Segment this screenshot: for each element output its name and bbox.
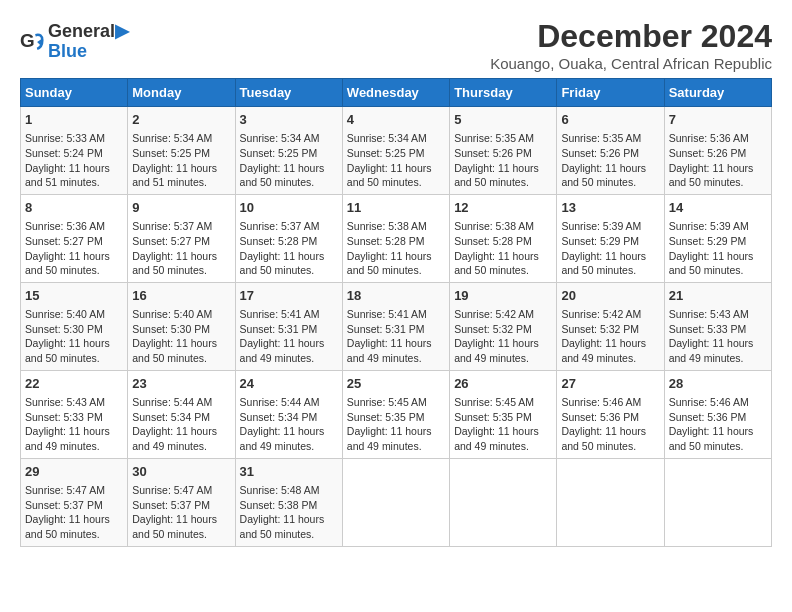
sunset-text: Sunset: 5:37 PM <box>132 499 210 511</box>
page: G General▶ Blue December 2024 Kouango, O… <box>0 0 792 557</box>
main-title: December 2024 <box>490 18 772 55</box>
daylight-minutes: and 50 minutes. <box>240 528 315 540</box>
sunset-text: Sunset: 5:36 PM <box>561 411 639 423</box>
sunrise-text: Sunrise: 5:37 AM <box>240 220 320 232</box>
table-row: 22Sunrise: 5:43 AMSunset: 5:33 PMDayligh… <box>21 370 772 458</box>
sunrise-text: Sunrise: 5:45 AM <box>347 396 427 408</box>
daylight-minutes: and 49 minutes. <box>240 352 315 364</box>
sunset-text: Sunset: 5:33 PM <box>669 323 747 335</box>
daylight-minutes: and 50 minutes. <box>240 176 315 188</box>
sunrise-text: Sunrise: 5:36 AM <box>25 220 105 232</box>
sunset-text: Sunset: 5:36 PM <box>669 411 747 423</box>
daylight-text: Daylight: 11 hours <box>25 337 110 349</box>
daylight-minutes: and 50 minutes. <box>25 264 100 276</box>
sunrise-text: Sunrise: 5:47 AM <box>25 484 105 496</box>
day-number: 14 <box>669 199 767 217</box>
daylight-text: Daylight: 11 hours <box>25 162 110 174</box>
daylight-text: Daylight: 11 hours <box>454 425 539 437</box>
daylight-text: Daylight: 11 hours <box>347 162 432 174</box>
daylight-minutes: and 49 minutes. <box>454 352 529 364</box>
sunset-text: Sunset: 5:33 PM <box>25 411 103 423</box>
daylight-text: Daylight: 11 hours <box>132 425 217 437</box>
sunset-text: Sunset: 5:31 PM <box>240 323 318 335</box>
sunrise-text: Sunrise: 5:40 AM <box>132 308 212 320</box>
table-row: 29Sunrise: 5:47 AMSunset: 5:37 PMDayligh… <box>21 458 772 546</box>
calendar-cell: 16Sunrise: 5:40 AMSunset: 5:30 PMDayligh… <box>128 282 235 370</box>
daylight-text: Daylight: 11 hours <box>240 425 325 437</box>
sunset-text: Sunset: 5:27 PM <box>132 235 210 247</box>
daylight-text: Daylight: 11 hours <box>132 337 217 349</box>
sunrise-text: Sunrise: 5:42 AM <box>454 308 534 320</box>
day-number: 19 <box>454 287 552 305</box>
daylight-minutes: and 50 minutes. <box>347 176 422 188</box>
calendar-cell: 8Sunrise: 5:36 AMSunset: 5:27 PMDaylight… <box>21 194 128 282</box>
daylight-text: Daylight: 11 hours <box>561 250 646 262</box>
day-number: 30 <box>132 463 230 481</box>
day-number: 8 <box>25 199 123 217</box>
col-tuesday: Tuesday <box>235 79 342 107</box>
sunrise-text: Sunrise: 5:34 AM <box>347 132 427 144</box>
svg-text:G: G <box>20 30 35 51</box>
calendar-cell: 4Sunrise: 5:34 AMSunset: 5:25 PMDaylight… <box>342 107 449 195</box>
calendar-cell: 24Sunrise: 5:44 AMSunset: 5:34 PMDayligh… <box>235 370 342 458</box>
day-number: 18 <box>347 287 445 305</box>
daylight-minutes: and 50 minutes. <box>347 264 422 276</box>
sunrise-text: Sunrise: 5:35 AM <box>454 132 534 144</box>
sunrise-text: Sunrise: 5:41 AM <box>240 308 320 320</box>
sunset-text: Sunset: 5:26 PM <box>669 147 747 159</box>
daylight-text: Daylight: 11 hours <box>347 425 432 437</box>
table-row: 1Sunrise: 5:33 AMSunset: 5:24 PMDaylight… <box>21 107 772 195</box>
calendar-cell: 25Sunrise: 5:45 AMSunset: 5:35 PMDayligh… <box>342 370 449 458</box>
daylight-minutes: and 49 minutes. <box>454 440 529 452</box>
daylight-minutes: and 50 minutes. <box>669 440 744 452</box>
daylight-text: Daylight: 11 hours <box>240 337 325 349</box>
daylight-text: Daylight: 11 hours <box>669 425 754 437</box>
calendar-cell: 22Sunrise: 5:43 AMSunset: 5:33 PMDayligh… <box>21 370 128 458</box>
daylight-text: Daylight: 11 hours <box>132 250 217 262</box>
daylight-minutes: and 50 minutes. <box>132 264 207 276</box>
daylight-minutes: and 49 minutes. <box>561 352 636 364</box>
calendar-cell: 15Sunrise: 5:40 AMSunset: 5:30 PMDayligh… <box>21 282 128 370</box>
sunrise-text: Sunrise: 5:44 AM <box>132 396 212 408</box>
day-number: 1 <box>25 111 123 129</box>
day-number: 20 <box>561 287 659 305</box>
calendar-cell <box>557 458 664 546</box>
sunset-text: Sunset: 5:32 PM <box>454 323 532 335</box>
daylight-text: Daylight: 11 hours <box>561 425 646 437</box>
sunset-text: Sunset: 5:24 PM <box>25 147 103 159</box>
sunset-text: Sunset: 5:27 PM <box>25 235 103 247</box>
calendar-cell: 13Sunrise: 5:39 AMSunset: 5:29 PMDayligh… <box>557 194 664 282</box>
calendar-cell: 7Sunrise: 5:36 AMSunset: 5:26 PMDaylight… <box>664 107 771 195</box>
subtitle: Kouango, Ouaka, Central African Republic <box>490 55 772 72</box>
daylight-text: Daylight: 11 hours <box>669 162 754 174</box>
day-number: 5 <box>454 111 552 129</box>
sunset-text: Sunset: 5:38 PM <box>240 499 318 511</box>
sunrise-text: Sunrise: 5:39 AM <box>561 220 641 232</box>
daylight-minutes: and 50 minutes. <box>454 264 529 276</box>
daylight-minutes: and 50 minutes. <box>561 176 636 188</box>
daylight-minutes: and 49 minutes. <box>347 352 422 364</box>
day-number: 29 <box>25 463 123 481</box>
sunset-text: Sunset: 5:25 PM <box>132 147 210 159</box>
logo: G General▶ Blue <box>20 22 129 62</box>
day-number: 23 <box>132 375 230 393</box>
day-number: 2 <box>132 111 230 129</box>
calendar-cell: 20Sunrise: 5:42 AMSunset: 5:32 PMDayligh… <box>557 282 664 370</box>
calendar-cell: 1Sunrise: 5:33 AMSunset: 5:24 PMDaylight… <box>21 107 128 195</box>
sunset-text: Sunset: 5:29 PM <box>561 235 639 247</box>
day-number: 4 <box>347 111 445 129</box>
daylight-text: Daylight: 11 hours <box>25 250 110 262</box>
daylight-minutes: and 49 minutes. <box>669 352 744 364</box>
sunrise-text: Sunrise: 5:44 AM <box>240 396 320 408</box>
calendar-cell: 10Sunrise: 5:37 AMSunset: 5:28 PMDayligh… <box>235 194 342 282</box>
col-saturday: Saturday <box>664 79 771 107</box>
calendar-cell: 17Sunrise: 5:41 AMSunset: 5:31 PMDayligh… <box>235 282 342 370</box>
day-number: 25 <box>347 375 445 393</box>
calendar-cell: 23Sunrise: 5:44 AMSunset: 5:34 PMDayligh… <box>128 370 235 458</box>
calendar-cell: 28Sunrise: 5:46 AMSunset: 5:36 PMDayligh… <box>664 370 771 458</box>
sunset-text: Sunset: 5:28 PM <box>347 235 425 247</box>
sunset-text: Sunset: 5:37 PM <box>25 499 103 511</box>
daylight-minutes: and 50 minutes. <box>240 264 315 276</box>
sunset-text: Sunset: 5:31 PM <box>347 323 425 335</box>
day-number: 27 <box>561 375 659 393</box>
